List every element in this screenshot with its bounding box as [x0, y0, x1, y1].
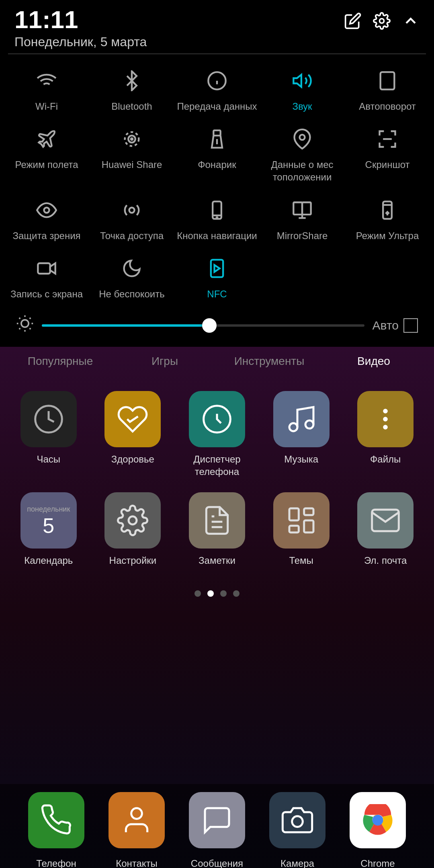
app-notes[interactable]: Заметки: [175, 485, 259, 574]
brightness-slider[interactable]: [42, 324, 364, 327]
page-dot-1[interactable]: [207, 590, 214, 597]
app-clock[interactable]: Часы: [6, 384, 91, 485]
svg-rect-11: [213, 131, 220, 136]
qs-hotspot[interactable]: Точка доступа: [89, 192, 174, 250]
qs-data-label: Передача данных: [177, 100, 257, 113]
dock-phone[interactable]: Телефон: [28, 792, 84, 868]
dock-chrome[interactable]: Chrome: [350, 792, 406, 868]
settings-icon[interactable]: [373, 12, 391, 34]
qs-mirrorshare[interactable]: MirrorShare: [260, 192, 345, 250]
qs-flashlight[interactable]: Фонарик: [174, 121, 260, 191]
qs-sound[interactable]: Звук: [260, 62, 345, 121]
svg-point-53: [373, 815, 383, 826]
page-dot-3[interactable]: [233, 590, 240, 597]
moon-icon: [121, 258, 142, 284]
svg-point-15: [44, 207, 49, 213]
chrome-dock-icon: [350, 792, 406, 848]
phone-manager-icon: [189, 391, 245, 447]
app-music[interactable]: Музыка: [259, 384, 344, 485]
qs-eye-comfort[interactable]: Защита зрения: [4, 192, 89, 250]
qs-ultra-mode[interactable]: Режим Ультра: [345, 192, 430, 250]
qs-nav-button[interactable]: Кнопка навигации: [174, 192, 260, 250]
svg-point-49: [131, 808, 142, 819]
app-email[interactable]: Эл. почта: [343, 485, 428, 574]
svg-point-0: [380, 19, 384, 23]
collapse-icon[interactable]: [402, 12, 420, 34]
settings-label: Настройки: [109, 554, 157, 567]
app-health[interactable]: Здоровье: [91, 384, 175, 485]
qs-wifi[interactable]: Wi-Fi: [4, 62, 89, 121]
brightness-auto[interactable]: Авто: [373, 318, 418, 333]
files-label: Файлы: [370, 453, 401, 465]
qs-hotspot-label: Точка доступа: [100, 229, 164, 242]
app-files[interactable]: Файлы: [343, 384, 428, 485]
svg-rect-48: [289, 526, 299, 533]
app-themes[interactable]: Темы: [259, 485, 344, 574]
contacts-dock-label: Контакты: [116, 858, 158, 868]
app-phone-manager[interactable]: Диспетчер телефона: [175, 384, 259, 485]
svg-line-35: [30, 318, 31, 319]
svg-point-40: [384, 410, 387, 413]
ultra-mode-icon: [377, 200, 398, 225]
tab-tools[interactable]: Инструменты: [217, 351, 321, 372]
qs-data[interactable]: Передача данных: [174, 62, 260, 121]
qs-screenshot[interactable]: Скриншот: [345, 121, 430, 191]
qs-huawei-share[interactable]: Huawei Share: [89, 121, 174, 191]
tab-games[interactable]: Игры: [113, 351, 217, 372]
brightness-thumb[interactable]: [202, 318, 217, 333]
dock-messages[interactable]: Сообщения: [189, 792, 245, 868]
qs-screenshot-label: Скриншот: [365, 158, 410, 171]
svg-point-42: [129, 516, 137, 524]
qs-screen-record[interactable]: Запись с экрана: [4, 250, 89, 308]
svg-point-10: [131, 138, 133, 140]
phone-dock-label: Телефон: [36, 858, 76, 868]
notes-label: Заметки: [199, 554, 235, 567]
notes-icon: [189, 492, 245, 549]
svg-rect-46: [304, 508, 313, 515]
app-calendar[interactable]: понедельник 5 Календарь: [6, 485, 91, 574]
messages-dock-icon: [189, 792, 245, 848]
bluetooth-icon: [121, 70, 142, 96]
airplane-icon: [36, 129, 57, 154]
qs-location[interactable]: Данные о мес тоположении: [260, 121, 345, 191]
nav-icon: [207, 200, 227, 225]
dock-contacts[interactable]: Контакты: [108, 792, 165, 868]
email-label: Эл. почта: [364, 554, 407, 567]
nfc-icon: [207, 258, 227, 284]
wifi-icon: [36, 70, 57, 96]
data-icon: [207, 70, 227, 96]
qs-eye-comfort-label: Защита зрения: [12, 229, 80, 242]
qs-rotation-label: Автоповорот: [359, 100, 416, 113]
page-dot-2[interactable]: [220, 590, 227, 597]
svg-rect-26: [211, 260, 223, 277]
qs-nfc[interactable]: NFC: [174, 250, 260, 308]
app-settings[interactable]: Настройки: [91, 485, 175, 574]
qs-airplane[interactable]: Режим полета: [4, 121, 89, 191]
calendar-day: 5: [43, 515, 54, 536]
flashlight-icon: [207, 129, 227, 154]
settings-app-icon: [104, 492, 161, 549]
app-grid: Часы Здоровье Диспетчер телефона: [0, 380, 434, 578]
qs-rotation[interactable]: Автоповорот: [345, 62, 430, 121]
messages-dock-label: Сообщения: [191, 858, 243, 868]
svg-rect-20: [293, 202, 302, 214]
camera-dock-icon: [269, 792, 326, 848]
svg-point-13: [300, 135, 305, 140]
tab-popular[interactable]: Популярные: [8, 351, 113, 372]
status-bar: 11:11 Понедельник, 5 марта: [0, 0, 434, 53]
page-dot-0[interactable]: [194, 590, 201, 597]
date-display: Понедельник, 5 марта: [14, 35, 147, 49]
qs-bluetooth[interactable]: Bluetooth: [89, 62, 174, 121]
qs-dnd-label: Не беспокоить: [99, 288, 165, 300]
qs-bluetooth-label: Bluetooth: [111, 100, 152, 113]
qs-dnd[interactable]: Не беспокоить: [89, 250, 174, 308]
screen-record-icon: [36, 258, 57, 284]
qs-nav-label: Кнопка навигации: [177, 229, 257, 242]
edit-icon[interactable]: [344, 12, 362, 34]
brightness-auto-checkbox[interactable]: [403, 318, 418, 333]
svg-point-27: [21, 320, 29, 327]
category-tabs: Популярные Игры Инструменты Видео: [0, 347, 434, 380]
dock-camera[interactable]: Камера: [269, 792, 326, 868]
tab-video[interactable]: Видео: [321, 351, 426, 372]
brightness-icon: [16, 315, 34, 336]
